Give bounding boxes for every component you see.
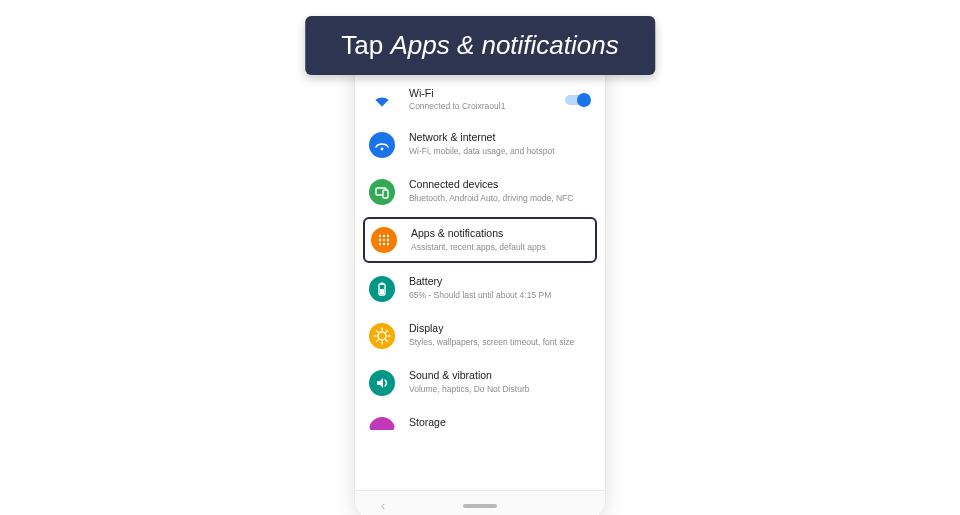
svg-point-7 — [383, 235, 385, 237]
phone-frame: Wi-Fi Connected to Croixraoul1 Network &… — [355, 40, 605, 515]
settings-list: Wi-Fi Connected to Croixraoul1 Network &… — [355, 78, 605, 490]
battery-title: Battery — [409, 275, 591, 289]
battery-sub: 65% - Should last until about 4:15 PM — [409, 290, 591, 301]
svg-point-12 — [379, 243, 381, 245]
svg-point-19 — [369, 323, 395, 349]
settings-row-storage[interactable]: Storage — [355, 406, 605, 430]
display-sub: Styles, wallpapers, screen timeout, font… — [409, 337, 591, 348]
svg-point-11 — [387, 239, 389, 241]
connected-devices-icon — [369, 179, 395, 205]
display-icon — [369, 323, 395, 349]
svg-point-0 — [369, 132, 395, 158]
settings-row-sound[interactable]: Sound & vibration Volume, haptics, Do No… — [355, 359, 605, 406]
connected-title: Connected devices — [409, 178, 591, 192]
network-title: Network & internet — [409, 131, 591, 145]
network-icon — [369, 132, 395, 158]
instruction-target: Apps & notifications — [390, 30, 618, 60]
sound-icon — [369, 370, 395, 396]
svg-point-10 — [383, 239, 385, 241]
nav-home-pill[interactable] — [463, 504, 497, 508]
apps-title: Apps & notifications — [411, 227, 589, 241]
svg-point-14 — [387, 243, 389, 245]
settings-row-connected[interactable]: Connected devices Bluetooth, Android Aut… — [355, 168, 605, 215]
display-title: Display — [409, 322, 591, 336]
sound-title: Sound & vibration — [409, 369, 591, 383]
settings-row-network[interactable]: Network & internet Wi-Fi, mobile, data u… — [355, 121, 605, 168]
svg-point-1 — [381, 148, 384, 151]
settings-row-apps[interactable]: Apps & notifications Assistant, recent a… — [363, 217, 597, 263]
svg-rect-18 — [380, 289, 384, 294]
sound-sub: Volume, haptics, Do Not Disturb — [409, 384, 591, 395]
instruction-banner: Tap Apps & notifications — [305, 16, 655, 75]
wifi-sub: Connected to Croixraoul1 — [409, 101, 551, 112]
battery-icon — [369, 276, 395, 302]
settings-row-display[interactable]: Display Styles, wallpapers, screen timeo… — [355, 312, 605, 359]
wifi-toggle[interactable] — [565, 93, 591, 107]
apps-icon — [371, 227, 397, 253]
network-sub: Wi-Fi, mobile, data usage, and hotspot — [409, 146, 591, 157]
svg-point-30 — [369, 417, 395, 430]
svg-point-13 — [383, 243, 385, 245]
storage-title: Storage — [409, 416, 591, 430]
svg-rect-4 — [383, 190, 388, 198]
instruction-prefix: Tap — [341, 30, 390, 60]
svg-rect-17 — [381, 283, 384, 285]
wifi-title: Wi-Fi — [409, 87, 551, 101]
storage-icon — [369, 417, 395, 430]
nav-back-button[interactable]: ‹ — [381, 499, 385, 513]
svg-point-9 — [379, 239, 381, 241]
wifi-icon — [369, 87, 395, 113]
apps-sub: Assistant, recent apps, default apps — [411, 242, 589, 253]
connected-sub: Bluetooth, Android Auto, driving mode, N… — [409, 193, 591, 204]
settings-row-wifi[interactable]: Wi-Fi Connected to Croixraoul1 — [355, 78, 605, 121]
settings-row-battery[interactable]: Battery 65% - Should last until about 4:… — [355, 265, 605, 312]
svg-point-6 — [379, 235, 381, 237]
svg-point-2 — [369, 179, 395, 205]
nav-bar: ‹ — [355, 490, 605, 515]
svg-point-8 — [387, 235, 389, 237]
